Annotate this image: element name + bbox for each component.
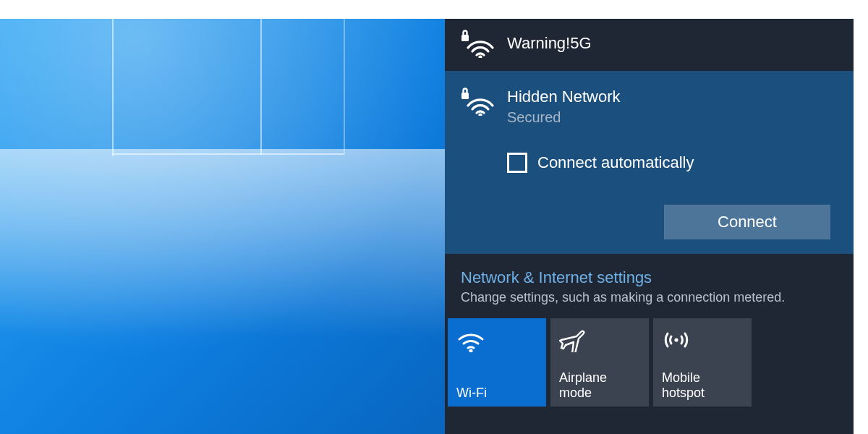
tile-label: Mobile hotspot bbox=[662, 370, 743, 400]
network-flyout: Warning!5G Hidden Network Se bbox=[445, 19, 854, 434]
airplane-mode-tile[interactable]: Airplane mode bbox=[550, 318, 649, 407]
wifi-secured-icon bbox=[461, 29, 494, 58]
wifi-status: Secured bbox=[507, 109, 621, 127]
svg-point-0 bbox=[478, 55, 482, 58]
svg-point-5 bbox=[674, 338, 678, 341]
quick-action-tiles: Wi-Fi Airplane mode bbox=[445, 318, 854, 407]
tile-label: Airplane mode bbox=[559, 370, 640, 400]
wifi-network-item[interactable]: Warning!5G bbox=[445, 19, 854, 71]
wifi-secured-icon bbox=[461, 87, 494, 116]
tile-label: Wi-Fi bbox=[456, 386, 537, 401]
mobile-hotspot-tile[interactable]: Mobile hotspot bbox=[653, 318, 752, 407]
connect-button[interactable]: Connect bbox=[664, 205, 830, 239]
connect-automatically-checkbox[interactable] bbox=[507, 153, 527, 173]
network-settings-subtitle: Change settings, such as making a connec… bbox=[461, 290, 838, 305]
connect-button-label: Connect bbox=[718, 213, 777, 231]
svg-point-4 bbox=[469, 349, 472, 352]
svg-rect-1 bbox=[461, 35, 469, 41]
wifi-icon bbox=[456, 326, 537, 354]
connect-automatically-row[interactable]: Connect automatically bbox=[461, 140, 838, 179]
hotspot-icon bbox=[662, 326, 743, 354]
network-settings-title: Network & Internet settings bbox=[461, 268, 838, 287]
network-settings-link[interactable]: Network & Internet settings Change setti… bbox=[445, 254, 854, 318]
airplane-icon bbox=[559, 326, 640, 354]
connect-automatically-label: Connect automatically bbox=[537, 153, 694, 172]
wifi-tile[interactable]: Wi-Fi bbox=[448, 318, 546, 407]
svg-rect-3 bbox=[461, 93, 469, 99]
wifi-network-item-selected[interactable]: Hidden Network Secured Connect automatic… bbox=[445, 71, 854, 254]
svg-point-2 bbox=[478, 113, 482, 116]
wifi-ssid: Hidden Network bbox=[507, 87, 621, 107]
desktop-wallpaper bbox=[0, 19, 445, 434]
wifi-ssid: Warning!5G bbox=[507, 33, 592, 54]
